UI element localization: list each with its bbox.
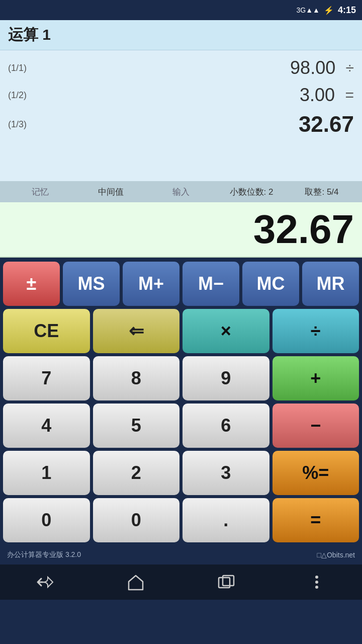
key-backspace[interactable]: ⇐	[93, 309, 180, 353]
key-2[interactable]: 2	[93, 451, 180, 495]
menu-button[interactable]	[299, 570, 334, 595]
display-value: 32.67	[253, 206, 354, 253]
back-button[interactable]	[28, 570, 63, 595]
key-equals[interactable]: =	[273, 498, 359, 542]
info-intermediate: 中间值	[75, 186, 146, 198]
nav-bar	[0, 565, 362, 600]
info-memory: 记忆	[5, 186, 75, 198]
status-bar: 3G▲▲ ⚡ 4:15	[0, 0, 362, 20]
key-9[interactable]: 9	[183, 356, 269, 400]
key-4[interactable]: 4	[3, 404, 90, 448]
battery-icon: ⚡	[324, 6, 334, 15]
key-mminus[interactable]: M−	[183, 262, 239, 306]
info-rounding: 取整: 5/4	[287, 186, 357, 198]
recents-button[interactable]	[209, 570, 244, 595]
key-mc[interactable]: MC	[242, 262, 299, 306]
footer: 办公计算器专业版 3.2.0 □△Obits.net	[0, 545, 362, 565]
key-0-right[interactable]: 0	[93, 498, 180, 542]
key-dot[interactable]: .	[183, 498, 269, 542]
calc-value-2: 3.00	[300, 85, 335, 106]
calc-row-1: (1/1) 98.00 ÷	[8, 54, 354, 82]
calc-row-2: (1/2) 3.00 =	[8, 82, 354, 109]
key-row-2: CE ⇐ × ÷	[3, 309, 359, 353]
key-multiply[interactable]: ×	[183, 309, 269, 353]
footer-app-name: 办公计算器专业版 3.2.0	[7, 550, 81, 559]
key-row-1: ± MS M+ M− MC MR	[3, 262, 359, 306]
main-display: 32.67	[0, 202, 362, 258]
key-3[interactable]: 3	[183, 451, 269, 495]
key-0-left[interactable]: 0	[3, 498, 90, 542]
key-divide[interactable]: ÷	[273, 309, 359, 353]
key-row-3: 7 8 9 +	[3, 356, 359, 400]
key-1[interactable]: 1	[3, 451, 90, 495]
calc-history: (1/1) 98.00 ÷ (1/2) 3.00 = (1/3) 32.67	[0, 50, 362, 181]
info-input: 输入	[146, 186, 216, 198]
calc-label-3: (1/3)	[8, 119, 27, 130]
calc-op-1: ÷	[341, 59, 354, 76]
svg-point-4	[315, 586, 318, 589]
svg-point-2	[315, 576, 318, 579]
status-time: 4:15	[338, 5, 356, 16]
title-bar: 运算 1	[0, 20, 362, 50]
info-bar: 记忆 中间值 输入 小数位数: 2 取整: 5/4	[0, 181, 362, 202]
key-plus[interactable]: +	[273, 356, 359, 400]
calc-op-2: =	[341, 87, 354, 104]
key-5[interactable]: 5	[93, 404, 180, 448]
key-7[interactable]: 7	[3, 356, 90, 400]
key-ce[interactable]: CE	[3, 309, 90, 353]
calc-label-2: (1/2)	[8, 90, 27, 101]
key-mr[interactable]: MR	[302, 262, 359, 306]
key-plusminus[interactable]: ±	[3, 262, 60, 306]
key-minus[interactable]: −	[273, 404, 359, 448]
info-decimals: 小数位数: 2	[216, 186, 287, 198]
key-mplus[interactable]: M+	[123, 262, 179, 306]
calc-value-1: 98.00	[290, 57, 335, 78]
key-ms[interactable]: MS	[63, 262, 120, 306]
keypad: ± MS M+ M− MC MR CE ⇐ × ÷ 7 8 9 + 4 5 6 …	[0, 258, 362, 545]
key-6[interactable]: 6	[183, 404, 269, 448]
calc-label-1: (1/1)	[8, 63, 27, 73]
key-row-4: 4 5 6 −	[3, 404, 359, 448]
key-row-6: 0 0 . =	[3, 498, 359, 542]
key-percent-eq[interactable]: %=	[273, 451, 359, 495]
svg-point-3	[315, 581, 318, 584]
calc-row-3: (1/3) 32.67	[8, 109, 354, 140]
network-signal-icon: 3G▲▲	[297, 6, 320, 14]
key-row-5: 1 2 3 %=	[3, 451, 359, 495]
calc-result-3: 32.67	[299, 112, 354, 137]
key-8[interactable]: 8	[93, 356, 180, 400]
page-title: 运算 1	[8, 25, 51, 45]
footer-website: □△Obits.net	[317, 551, 355, 559]
home-button[interactable]	[118, 570, 153, 595]
